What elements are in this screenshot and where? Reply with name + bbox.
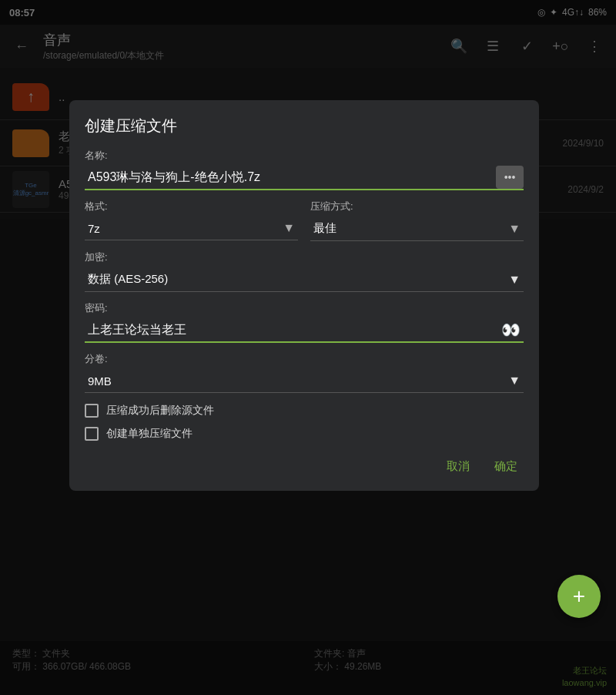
name-input[interactable] [85,166,496,189]
volume-chevron-icon: ▼ [508,374,521,388]
dialog-title: 创建压缩文件 [85,116,524,136]
create-archive-dialog: 创建压缩文件 名称: ••• 格式: 7z ▼ 压缩方式: 最佳 ▼ 加密: 数… [69,100,539,491]
confirm-button[interactable]: 确定 [488,455,524,478]
compression-label: 压缩方式: [310,200,524,213]
volume-label: 分卷: [85,352,524,366]
password-label: 密码: [85,301,524,315]
delete-source-checkbox-row[interactable]: 压缩成功后删除源文件 [85,399,524,422]
dots-icon: ••• [504,171,516,183]
fab-icon: + [573,584,585,609]
delete-source-checkbox[interactable] [85,404,99,418]
name-label: 名称: [85,149,524,163]
fab-button[interactable]: + [557,575,601,618]
volume-value: 9MB [88,374,508,388]
format-chevron-icon: ▼ [283,221,295,235]
separate-archive-label: 创建单独压缩文件 [106,427,192,441]
volume-select[interactable]: 9MB ▼ [85,369,524,393]
format-compression-row: 格式: 7z ▼ 压缩方式: 最佳 ▼ [85,200,524,241]
dialog-actions: 取消 确定 [85,445,524,478]
compression-chevron-icon: ▼ [508,222,521,236]
delete-source-label: 压缩成功后删除源文件 [106,404,214,418]
encryption-value: 数据 (AES-256) [88,272,508,287]
format-select[interactable]: 7z ▼ [85,217,298,240]
compression-value: 最佳 [313,221,508,236]
compression-select[interactable]: 最佳 ▼ [310,217,524,241]
name-input-row: ••• [85,166,524,190]
encryption-select[interactable]: 数据 (AES-256) ▼ [85,267,524,292]
format-label: 格式: [85,200,298,213]
separate-archive-checkbox-row[interactable]: 创建单独压缩文件 [85,422,524,445]
name-options-button[interactable]: ••• [496,166,524,189]
encryption-label: 加密: [85,250,524,264]
format-value: 7z [88,222,283,235]
separate-archive-checkbox[interactable] [85,427,99,441]
password-input-row: 👀 [85,318,524,343]
cancel-button[interactable]: 取消 [440,455,476,478]
toggle-password-icon[interactable]: 👀 [498,321,524,339]
format-field: 格式: 7z ▼ [85,200,298,241]
compression-field: 压缩方式: 最佳 ▼ [310,200,524,241]
password-input[interactable] [85,318,498,341]
encryption-chevron-icon: ▼ [508,273,521,287]
